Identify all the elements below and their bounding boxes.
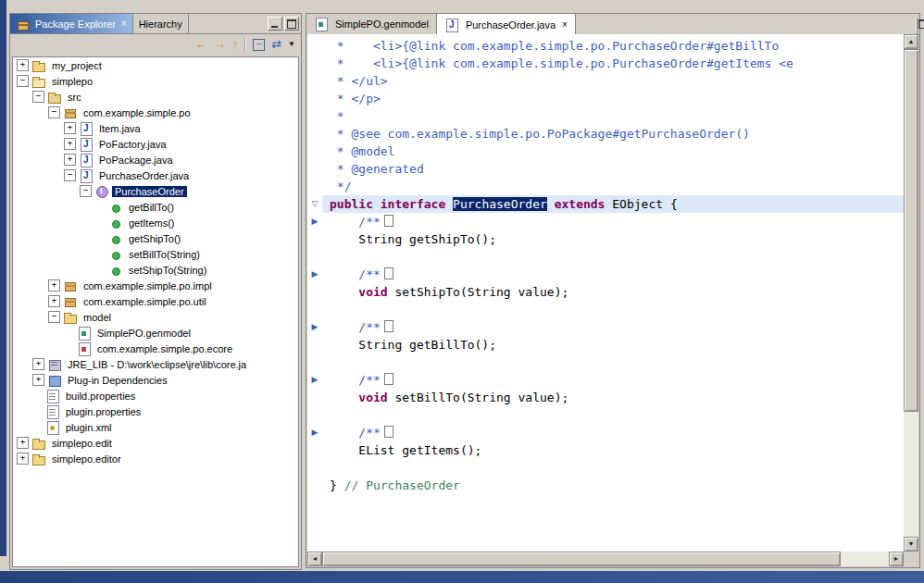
tab-purchaseorder-java[interactable]: PurchaseOrder.java × [437,14,576,35]
tree-item-com-example-simple-po-impl[interactable]: +com.example.simple.po.impl [13,278,298,293]
view-menu-icon[interactable]: ▼ [288,38,295,51]
maximize-editor-button[interactable] [916,17,918,34]
tree-item-com-example-simple-po-ecore[interactable]: com.example.simple.po.ecore [13,341,298,356]
tree-item-my-project[interactable]: +my_project [13,57,298,73]
fold-collapsed-icon[interactable]: ▶ [307,266,322,283]
expand-icon[interactable]: + [48,279,60,292]
tree-item-simplepo-genmodel[interactable]: SimplePO.genmodel [13,325,298,341]
code-line[interactable]: * @generated [322,160,904,178]
expand-icon[interactable]: + [64,138,76,150]
collapse-icon[interactable]: − [32,91,44,103]
tree-item-getshipto-[interactable]: getShipTo() [13,230,298,246]
collapse-icon[interactable]: − [48,106,60,118]
tree-item-purchaseorder[interactable]: −PurchaseOrder [13,183,298,199]
code-area[interactable]: * <li>{@link com.example.simple.po.Purch… [322,34,904,552]
code-line[interactable]: * <li>{@link com.example.simple.po.Purch… [322,55,904,72]
tree-item-simplepo-editor[interactable]: +simplepo.editor [13,451,298,466]
expand-icon[interactable]: + [17,59,29,71]
scroll-left-icon[interactable]: ◄ [307,552,322,566]
tab-hierarchy[interactable]: Hierarchy [133,14,189,33]
tree-item-simplepo-edit[interactable]: +simplepo.edit [13,435,298,451]
code-line[interactable]: */ [322,178,904,195]
tree-item-setbillto-string-[interactable]: setBillTo(String) [13,246,298,262]
forward-icon[interactable]: → [214,38,226,51]
fold-collapsed-icon[interactable]: ▶ [307,318,322,336]
scroll-down-icon[interactable]: ▼ [904,537,918,552]
tree-item-getitems-[interactable]: getItems() [13,215,298,230]
horizontal-scrollbar[interactable]: ◄ ► [307,552,904,566]
tree-item-purchaseorder-java[interactable]: −PurchaseOrder.java [13,167,298,183]
code-line[interactable] [322,301,904,318]
vertical-scrollbar[interactable]: ▲ ▼ [904,34,918,552]
code-line[interactable]: /** [322,424,904,441]
code-line[interactable]: * [322,107,904,125]
link-with-editor-icon[interactable]: ⇄ [271,38,281,51]
code-line[interactable] [322,459,904,477]
code-token-javadoc: * @model [330,144,394,158]
tree-item-model[interactable]: −model [13,309,298,325]
fold-collapsed-icon[interactable]: ▶ [307,213,322,230]
collapse-icon[interactable]: − [64,169,76,181]
code-line[interactable]: String getBillTo(); [322,336,904,354]
expand-icon[interactable]: + [32,374,44,386]
code-line[interactable]: /** [322,213,904,230]
expand-icon[interactable]: + [64,122,76,134]
tab-package-explorer[interactable]: Package Explorer × [10,14,133,33]
fold-expanded-icon[interactable]: ▽ [307,195,322,213]
tree-item-com-example-simple-po[interactable]: −com.example.simple.po [13,105,298,120]
tree-item-jre-lib-d-work-eclipse-jre-lib-core-ja[interactable]: +JRE_LIB - D:\work\eclipse\jre\lib\core.… [13,356,298,372]
close-icon[interactable]: × [121,19,127,29]
code-line[interactable] [322,248,904,266]
code-line[interactable]: void setBillTo(String value); [322,389,904,406]
tree-item-pofactory-java[interactable]: +PoFactory.java [13,136,298,152]
collapse-icon[interactable]: − [48,311,60,323]
expand-icon[interactable]: + [17,453,29,465]
code-line[interactable] [322,406,904,424]
horizontal-scroll-thumb[interactable] [322,552,841,566]
up-icon[interactable]: ↑ [232,38,239,51]
tree-item-plug-in-dependencies[interactable]: +Plug-in Dependencies [13,372,298,388]
tree-item-popackage-java[interactable]: +PoPackage.java [13,152,298,167]
fold-collapsed-icon[interactable]: ▶ [307,371,322,389]
expand-icon[interactable]: + [17,437,29,449]
collapse-all-icon[interactable]: − [253,39,265,51]
code-line[interactable]: * @see com.example.simple.po.PoPackage#g… [322,125,904,143]
close-icon[interactable]: × [562,19,568,30]
tree-item-getbillto-[interactable]: getBillTo() [13,199,298,215]
code-line[interactable]: * <li>{@link com.example.simple.po.Purch… [322,37,904,55]
minimize-view-button[interactable] [268,17,282,31]
tree-item-src[interactable]: −src [13,89,298,105]
tree-item-simplepo[interactable]: −simplepo [13,73,298,89]
fold-collapsed-icon[interactable]: ▶ [307,424,322,441]
code-line[interactable] [322,354,904,371]
tab-simplepo-genmodel[interactable]: SimplePO.genmodel [306,14,437,34]
expand-icon[interactable]: + [32,358,44,370]
expand-icon[interactable]: + [48,295,60,307]
code-line[interactable]: * @model [322,143,904,160]
tree-item-item-java[interactable]: +Item.java [13,120,298,136]
expand-icon[interactable]: + [64,154,76,166]
tree-item-build-properties[interactable]: build.properties [13,388,298,403]
collapse-icon[interactable]: − [17,75,29,87]
code-line[interactable]: /** [322,318,904,336]
code-line[interactable]: public interface PurchaseOrder extends E… [322,195,904,213]
code-line[interactable]: /** [322,371,904,389]
code-line[interactable]: String getShipTo(); [322,230,904,248]
code-line[interactable]: * </ul> [322,72,904,90]
code-line[interactable]: } // PurchaseOrder [322,477,904,494]
vertical-scroll-thumb[interactable] [904,49,918,412]
maximize-view-button[interactable] [284,17,299,31]
code-line[interactable]: void setShipTo(String value); [322,283,904,301]
tree-item-plugin-xml[interactable]: plugin.xml [13,419,298,435]
tree-item-com-example-simple-po-util[interactable]: +com.example.simple.po.util [13,293,298,309]
code-token-plain: } [330,478,344,492]
code-line[interactable]: EList getItems(); [322,441,904,459]
scroll-right-icon[interactable]: ► [889,552,904,566]
code-line[interactable]: * </p> [322,90,904,107]
tree-item-setshipto-string-[interactable]: setShipTo(String) [13,262,298,278]
code-line[interactable]: /** [322,266,904,283]
collapse-icon[interactable]: − [80,185,92,197]
tree-item-plugin-properties[interactable]: plugin.properties [13,403,298,419]
scroll-up-icon[interactable]: ▲ [904,34,918,49]
back-icon[interactable]: ← [195,38,207,51]
